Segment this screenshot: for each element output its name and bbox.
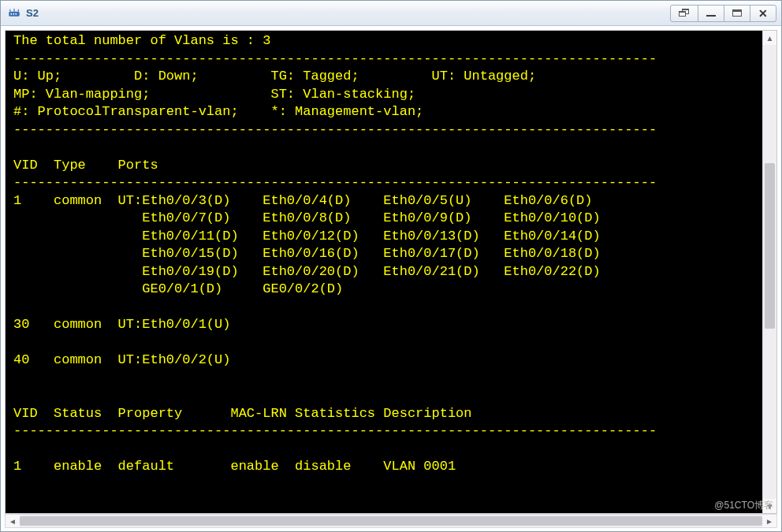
restore-stack-icon [679, 9, 690, 18]
network-switch-icon [7, 6, 21, 20]
minimize-icon [706, 15, 716, 17]
restore-stack-button[interactable] [670, 5, 698, 22]
scroll-right-arrow-icon[interactable]: ► [762, 515, 776, 527]
vertical-scrollbar[interactable]: ▲ ▼ [762, 31, 776, 513]
hscroll-thumb[interactable] [20, 516, 762, 526]
scroll-left-arrow-icon[interactable]: ◄ [6, 515, 20, 527]
maximize-icon [732, 9, 742, 17]
vscroll-thumb[interactable] [765, 163, 775, 329]
scroll-down-arrow-icon[interactable]: ▼ [763, 499, 776, 513]
content-area: The total number of Vlans is : 3 -------… [1, 26, 781, 531]
hscroll-track[interactable] [20, 515, 762, 527]
close-icon: ✕ [758, 7, 768, 20]
window-controls: ✕ [670, 5, 776, 22]
close-button[interactable]: ✕ [750, 5, 776, 22]
terminal-container: The total number of Vlans is : 3 -------… [5, 30, 777, 514]
app-window: S2 ✕ The total number of Vlans is : 3 --… [0, 0, 782, 532]
svg-point-1 [10, 13, 12, 14]
maximize-button[interactable] [724, 5, 750, 22]
terminal-output[interactable]: The total number of Vlans is : 3 -------… [6, 31, 762, 513]
svg-point-2 [13, 13, 14, 14]
svg-point-3 [15, 13, 17, 14]
window-title: S2 [26, 7, 670, 19]
titlebar[interactable]: S2 ✕ [1, 1, 781, 26]
minimize-button[interactable] [698, 5, 724, 22]
vscroll-track[interactable] [763, 45, 776, 499]
scroll-up-arrow-icon[interactable]: ▲ [763, 31, 776, 45]
horizontal-scrollbar[interactable]: ◄ ► [5, 514, 777, 528]
